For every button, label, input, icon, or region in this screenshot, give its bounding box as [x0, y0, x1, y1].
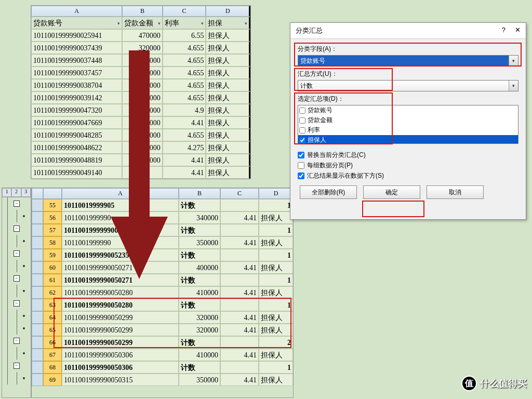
item-loan-no[interactable]: 贷款账号 [298, 105, 518, 115]
table-row[interactable]: 6710110019999900503064100004.41担保人 [32, 349, 293, 361]
filter-icon[interactable]: ▾ [117, 18, 120, 29]
field-dropdown[interactable]: 贷款账号 ▾ [298, 55, 518, 66]
outline-levels[interactable]: 1 2 3 [2, 188, 31, 197]
method-label: 汇总方式(U)： [298, 70, 518, 78]
method-dropdown[interactable]: 计数 ▾ [298, 80, 518, 91]
colhdr-A[interactable]: A [31, 6, 122, 17]
collapse-icon[interactable]: − [14, 201, 20, 207]
collapse-icon[interactable]: − [14, 300, 20, 307]
delete-all-button[interactable]: 全部删除(R) [300, 185, 357, 199]
table-row[interactable]: 611011001999990050271计数1 [32, 274, 293, 286]
cancel-button[interactable]: 取消 [427, 185, 484, 199]
table-row[interactable]: 101100199999004881900004.41担保人 [31, 154, 250, 166]
table-row[interactable]: 1011001999990047669000004.41担保人 [31, 116, 250, 129]
filter-icon[interactable]: ▾ [245, 18, 247, 29]
table-row[interactable]: 6910110019999900503153500004.41担保人 [32, 374, 293, 386]
column-headers-top: A B C D [31, 6, 250, 17]
opt-below[interactable]: 汇总结果显示在数据下方(S) [298, 171, 518, 180]
hdr-loan-no[interactable]: 贷款账号▾ [31, 17, 122, 29]
header-row: 贷款账号▾ 贷款金额▾ 利率▾ 担保▾ [31, 17, 250, 29]
ok-button[interactable]: 确定 [363, 185, 420, 199]
items-label: 选定汇总项(D)： [298, 95, 518, 103]
table-row[interactable]: 1011001999990038704000004.655担保人 [31, 79, 250, 91]
bottom-spreadsheet[interactable]: A B C D 5510110019999905计数15610110019999… [31, 188, 294, 398]
item-amount[interactable]: 贷款金额 [298, 115, 518, 125]
hdr-rate[interactable]: 利率▾ [163, 17, 206, 29]
outline-panel[interactable]: 1 2 3 −−−−−−− [2, 188, 31, 398]
close-icon[interactable]: ✕ [515, 26, 521, 35]
collapse-icon[interactable]: − [14, 363, 20, 369]
table-row[interactable]: 6210110019999900502804100004.41担保人 [32, 286, 293, 299]
table-row[interactable]: 5810110019999903500004.41担保人 [32, 236, 293, 249]
table-row[interactable]: 5710110019999990026计数1 [32, 224, 293, 236]
opt-replace[interactable]: 替换当前分类汇总(C) [298, 151, 518, 159]
dialog-title-bar: 分类汇总 ? ✕ [290, 23, 526, 39]
table-row[interactable]: 631011001999990050280计数1 [32, 299, 293, 311]
table-row[interactable]: 5610110019999903400004.41担保人 [32, 211, 293, 224]
subtotal-dialog: 分类汇总 ? ✕ 分类字段(A)： 贷款账号 ▾ 汇总方式(U)： 计数 ▾ 选… [290, 22, 526, 220]
collapse-icon[interactable]: − [14, 225, 20, 232]
table-row[interactable]: 6410110019999900502993200004.41担保人 [32, 311, 293, 324]
field-label: 分类字段(A)： [298, 45, 518, 54]
table-row[interactable]: 1011001999990039142000004.655担保人 [31, 91, 250, 104]
table-row[interactable]: 5510110019999905计数1 [32, 199, 293, 211]
table-row[interactable]: 1011001999990048285600004.655担保人 [31, 129, 250, 141]
watermark: 值 什么值得买 [461, 376, 527, 391]
help-icon[interactable]: ? [502, 26, 506, 35]
table-row[interactable]: 661011001999990050299计数2 [32, 336, 293, 349]
table-row[interactable]: 1011001999990047320000004.9担保人 [31, 104, 250, 116]
hdr-guarantor[interactable]: 担保▾ [206, 17, 250, 29]
filter-icon[interactable]: ▾ [201, 18, 204, 29]
item-guarantor[interactable]: 担保人 [298, 135, 518, 144]
colhdr-D[interactable]: D [206, 6, 250, 17]
items-listbox[interactable]: 贷款账号 贷款金额 利率 担保人 [298, 105, 518, 144]
dialog-title: 分类汇总 [296, 26, 323, 35]
collapse-icon[interactable]: − [14, 338, 20, 344]
table-row[interactable]: 10110019999900259414700006.55担保人 [31, 29, 250, 42]
table-row[interactable]: 6510110019999900502993200004.41担保人 [32, 324, 293, 336]
table-row[interactable]: 10110019999900374393200004.655担保人 [31, 42, 250, 54]
table-row[interactable]: 681011001999990050306计数1 [32, 361, 293, 374]
column-headers-bottom: A B C D [32, 188, 293, 199]
hdr-amount[interactable]: 贷款金额▾ [122, 17, 163, 29]
chevron-down-icon[interactable]: ▾ [509, 81, 518, 91]
table-row[interactable]: 6010110019999900502714000004.41担保人 [32, 261, 293, 274]
collapse-icon[interactable]: − [14, 250, 20, 257]
filter-icon[interactable]: ▾ [158, 18, 161, 29]
colhdr-B[interactable]: B [122, 6, 163, 17]
table-row[interactable]: 59101100199999005235计数1 [32, 249, 293, 261]
watermark-icon: 值 [461, 376, 477, 391]
collapse-icon[interactable]: − [14, 275, 20, 282]
colhdr-C[interactable]: C [163, 6, 206, 17]
table-row[interactable]: 1011001999990037457500004.655担保人 [31, 66, 250, 79]
table-row[interactable]: 1011001999990048622000004.275担保人 [31, 141, 250, 154]
item-rate[interactable]: 利率 [298, 125, 518, 135]
top-spreadsheet[interactable]: A B C D 贷款账号▾ 贷款金额▾ 利率▾ 担保▾ 101100199999… [31, 5, 251, 179]
table-row[interactable]: 10110019999900491404.41担保人 [31, 166, 250, 179]
opt-paginate[interactable]: 每组数据分页(P) [298, 161, 518, 170]
chevron-down-icon[interactable]: ▾ [509, 56, 518, 66]
table-row[interactable]: 10110019999900374482800004.655担保人 [31, 54, 250, 66]
